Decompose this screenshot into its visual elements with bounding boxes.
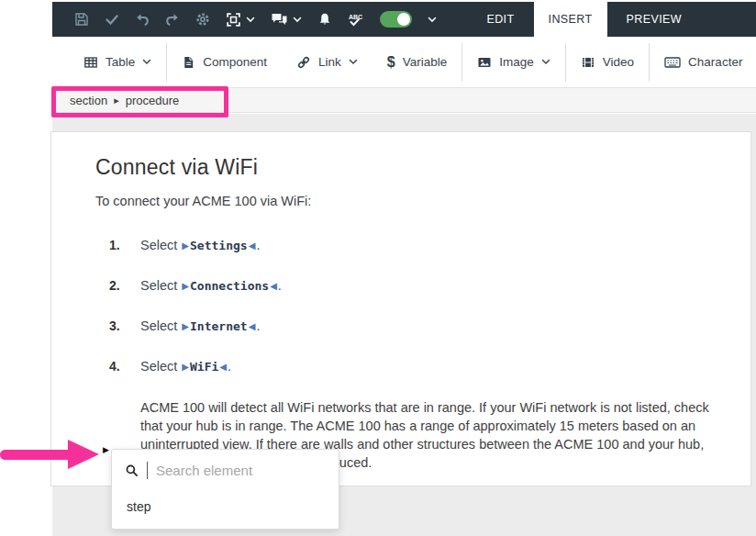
approve-button[interactable] [105,12,119,27]
insert-video-label: Video [603,55,634,69]
element-open-marker: ▶ [182,240,189,251]
insert-toolbar: Table Component Link $ Variable Image Vi… [52,37,756,88]
guilabel-element: WiFi [190,360,218,374]
redo-button[interactable] [165,12,180,27]
element-open-marker: ▶ [182,362,189,372]
insert-link-label: Link [318,55,341,69]
fullscreen-icon [226,12,241,28]
undo-button[interactable] [135,12,150,27]
element-close-marker: ◀ [249,321,256,331]
comments-icon [271,12,288,27]
procedure-step-2: 2. Select ▶Connections◀. [109,277,705,296]
search-icon [125,463,139,477]
insert-image-label: Image [499,55,534,69]
fullscreen-button[interactable] [226,12,255,28]
toolbar-icon-row: ABC [52,2,437,37]
breadcrumb: section ▸ procedure [52,88,756,113]
chevron-down-icon [293,17,302,23]
element-search-row [112,450,339,491]
settings-button[interactable] [195,12,210,27]
element-close-marker: ◀ [270,281,277,291]
spellcheck-icon: ABC [348,12,364,28]
chevron-down-icon [349,59,358,65]
insert-component-button[interactable]: Component [167,37,282,87]
notifications-bell-icon [317,12,332,27]
tab-insert[interactable]: INSERT [534,2,607,37]
step-number: 1. [109,237,140,255]
link-icon [296,55,311,70]
element-open-marker: ▶ [182,281,189,291]
step-number: 2. [109,277,140,296]
element-dropdown: step [111,449,339,530]
insertion-caret-icon[interactable]: ▶ [103,445,109,454]
annotation-arrow [0,450,71,460]
intro-paragraph: To connect your ACME 100 via WiFi: [95,194,705,208]
insert-video-button[interactable]: Video [566,37,649,87]
breadcrumb-separator-icon: ▸ [114,95,119,106]
breadcrumb-item-section[interactable]: section [70,94,107,107]
element-option-step[interactable]: step [112,491,339,529]
element-open-marker: ▶ [182,321,189,331]
save-icon [74,12,89,27]
chevron-down-icon [246,17,255,23]
insert-character-label: Character [688,55,742,69]
image-icon [477,55,492,70]
comments-button[interactable] [271,12,302,27]
insert-character-button[interactable]: Character [650,37,756,87]
insert-link-button[interactable]: Link [282,37,372,87]
approve-check-icon [105,12,119,27]
procedure-step-4: 4. Select ▶WiFi◀. [109,358,705,376]
variable-icon: $ [387,54,395,71]
video-icon [581,55,595,70]
procedure-step-1: 1. Select ▶Settings◀. [109,237,705,255]
step-text: Select ▶Internet◀. [140,318,260,336]
save-button[interactable] [74,12,89,27]
tab-edit[interactable]: EDIT [467,2,533,37]
step-number: 4. [109,358,140,376]
character-keyboard-icon [664,56,681,69]
step-number: 3. [109,318,140,336]
component-icon [182,55,195,70]
tab-preview[interactable]: PREVIEW [607,2,701,37]
guilabel-element: Internet [190,319,248,333]
chevron-down-icon [541,59,550,65]
svg-text:ABC: ABC [349,13,362,19]
settings-gear-icon [195,12,210,27]
document-title: Connect via WiFi [95,155,705,180]
step-text: Select ▶WiFi◀. [140,358,231,376]
insert-variable-label: Variable [403,55,448,69]
guilabel-element: Settings [190,239,248,252]
breadcrumb-item-procedure[interactable]: procedure [126,94,180,107]
mode-tabs: EDIT INSERT PREVIEW [467,2,756,37]
insert-table-label: Table [106,55,135,69]
chevron-down-icon [428,17,437,23]
tabs-spacer [701,2,756,37]
undo-icon [135,12,150,27]
spellcheck-options-button[interactable] [428,17,437,23]
table-icon [83,55,98,70]
guilabel-element: Connections [190,279,269,293]
insert-variable-button[interactable]: $ Variable [372,37,461,87]
insert-table-button[interactable]: Table [69,37,166,87]
step-text: Select ▶Connections◀. [140,277,282,296]
element-close-marker: ◀ [219,362,227,372]
toggle-knob [397,13,410,26]
redo-icon [165,12,180,27]
insert-component-label: Component [203,55,267,69]
element-search-input[interactable] [156,463,326,478]
top-toolbar: ABC EDIT INSERT PREVIEW [52,2,756,37]
spellcheck-toggle[interactable] [380,11,412,28]
annotation-arrow-head [68,440,99,469]
procedure-step-3: 3. Select ▶Internet◀. [109,318,705,336]
notifications-button[interactable] [317,12,332,27]
element-close-marker: ◀ [249,240,256,251]
step-text: Select ▶Settings◀. [140,237,260,255]
insert-image-button[interactable]: Image [462,37,565,87]
editor-canvas[interactable]: Connect via WiFi To connect your ACME 10… [50,131,751,486]
chevron-down-icon [142,59,151,65]
text-cursor [147,462,148,479]
spellcheck-button[interactable]: ABC [348,12,364,28]
